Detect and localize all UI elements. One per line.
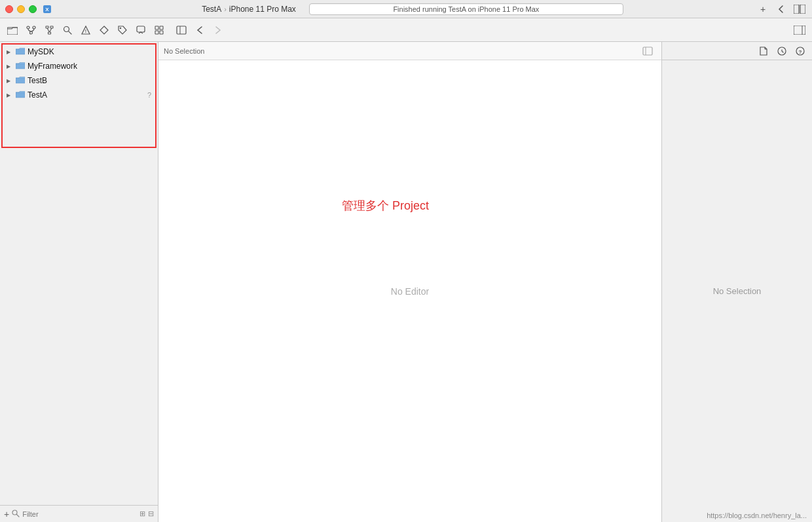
- sidebar-footer: + ⊞ ⊟: [0, 505, 158, 522]
- sidebar-outline-box: ▶ MySDK ▶ MyFramework ▶: [1, 43, 157, 148]
- filter-options-icon[interactable]: ⊞: [139, 510, 145, 518]
- scheme-label: TestA: [202, 5, 221, 14]
- svg-line-12: [49, 28, 52, 32]
- sidebar-label-testb: TestB: [28, 76, 47, 85]
- svg-rect-10: [48, 32, 50, 34]
- editor-area: No Selection 管理多个 Project No Editor: [158, 42, 661, 522]
- svg-point-16: [120, 27, 121, 28]
- svg-rect-2: [794, 5, 799, 14]
- minimize-button[interactable]: [17, 5, 25, 13]
- back-button[interactable]: [191, 22, 208, 39]
- folder-icon-testb: [16, 76, 25, 86]
- svg-rect-20: [155, 31, 158, 34]
- editor-body: 管理多个 Project No Editor: [158, 60, 661, 522]
- inspector-header: ?: [662, 42, 812, 60]
- quick-help-button[interactable]: ?: [794, 45, 807, 58]
- symbol-navigator-icon[interactable]: [41, 22, 58, 39]
- sidebar-content: ▶ MySDK ▶ MyFramework ▶: [0, 42, 158, 505]
- split-view-button[interactable]: [792, 4, 807, 14]
- folder-icon-myframework: [16, 62, 25, 71]
- inspector-toggle[interactable]: [791, 22, 808, 39]
- expand-icon-testb: ▶: [7, 78, 13, 84]
- toolbar-right-buttons: [791, 22, 808, 39]
- file-inspector-button[interactable]: [757, 45, 770, 58]
- editor-header: No Selection: [158, 42, 661, 60]
- sidebar-label-myframework: MyFramework: [28, 62, 77, 71]
- main-layout: ▶ MySDK ▶ MyFramework ▶: [0, 42, 812, 522]
- editor-header-right: [639, 43, 656, 60]
- quick-help-history-button[interactable]: [775, 45, 788, 58]
- svg-text:!: !: [85, 29, 86, 33]
- sidebar-label-testa: TestA: [28, 90, 47, 100]
- breadcrumb-separator: ›: [224, 5, 227, 13]
- watermark: https://blog.csdn.net/henry_la...: [707, 512, 807, 519]
- breakpoint-navigator-icon[interactable]: [132, 22, 149, 39]
- svg-point-5: [27, 26, 29, 29]
- titlebar: X TestA › iPhone 11 Pro Max Finished run…: [0, 0, 812, 18]
- xcode-icon: X: [42, 4, 52, 14]
- no-selection-breadcrumb: No Selection: [164, 47, 204, 55]
- testa-badge: ?: [147, 91, 151, 99]
- svg-rect-3: [800, 5, 805, 14]
- folder-icon-testa: [16, 90, 25, 100]
- folder-icon-mysdk: [16, 47, 25, 57]
- svg-rect-8: [46, 26, 48, 28]
- expand-icon-testa: ▶: [7, 92, 13, 98]
- debug-navigator-icon[interactable]: [114, 22, 131, 39]
- status-bar-container: Finished running TestA on iPhone 11 Pro …: [309, 3, 610, 15]
- find-navigator-icon[interactable]: [59, 22, 76, 39]
- annotation-label: 管理多个 Project: [342, 198, 429, 214]
- svg-text:?: ?: [799, 49, 802, 55]
- svg-rect-21: [160, 31, 163, 34]
- sidebar-item-myframework[interactable]: ▶ MyFramework: [3, 59, 155, 73]
- svg-rect-19: [160, 26, 163, 29]
- svg-line-14: [69, 31, 71, 33]
- editor-options-button[interactable]: [639, 43, 656, 60]
- svg-rect-22: [177, 26, 186, 34]
- svg-text:X: X: [45, 7, 49, 12]
- new-tab-button[interactable]: +: [756, 4, 770, 14]
- editor-nav-buttons: [173, 22, 227, 39]
- filter-action-icon[interactable]: ⊟: [148, 510, 154, 518]
- traffic-lights: [5, 5, 37, 13]
- sidebar-item-testa[interactable]: ▶ TestA ?: [3, 88, 155, 102]
- svg-rect-28: [643, 47, 652, 55]
- titlebar-right-buttons: +: [756, 4, 807, 14]
- filter-input[interactable]: [22, 510, 137, 518]
- svg-point-7: [29, 31, 32, 34]
- issue-navigator-icon[interactable]: !: [77, 22, 94, 39]
- filter-icon: [12, 510, 20, 519]
- add-filter-icon[interactable]: +: [4, 509, 9, 519]
- svg-rect-24: [794, 26, 805, 35]
- svg-rect-18: [155, 26, 158, 29]
- test-navigator-icon[interactable]: [96, 22, 113, 39]
- source-control-icon[interactable]: [22, 22, 39, 39]
- device-label: iPhone 11 Pro Max: [229, 5, 296, 14]
- toolbar: !: [0, 18, 812, 42]
- close-button[interactable]: [5, 5, 13, 13]
- svg-rect-17: [137, 26, 145, 32]
- svg-point-26: [12, 510, 17, 515]
- canvas-button[interactable]: [173, 22, 190, 39]
- report-navigator-icon[interactable]: [151, 22, 168, 39]
- sidebar-item-testb[interactable]: ▶ TestB: [3, 73, 155, 88]
- inspector-no-selection: No Selection: [713, 286, 762, 296]
- svg-point-6: [33, 26, 35, 29]
- sidebar-label-mysdk: MySDK: [28, 47, 54, 56]
- toolbar-left-icons: !: [4, 22, 168, 39]
- sidebar-empty-area: [0, 149, 158, 215]
- svg-point-13: [64, 26, 69, 31]
- inspector-panel: ? No Selection https://blog.csdn.net/hen…: [661, 42, 812, 522]
- titlebar-center-area: TestA › iPhone 11 Pro Max Finished runni…: [0, 3, 812, 15]
- navigate-back-button[interactable]: [774, 4, 788, 14]
- svg-line-11: [47, 28, 50, 32]
- fullscreen-button[interactable]: [29, 5, 37, 13]
- inspector-body: No Selection: [662, 60, 812, 522]
- forward-button[interactable]: [210, 22, 227, 39]
- status-text: Finished running TestA on iPhone 11 Pro …: [309, 3, 623, 15]
- svg-line-27: [17, 514, 20, 517]
- sidebar: ▶ MySDK ▶ MyFramework ▶: [0, 42, 158, 522]
- sidebar-item-mysdk[interactable]: ▶ MySDK: [3, 45, 155, 59]
- expand-icon-myframework: ▶: [7, 64, 13, 69]
- navigator-icon[interactable]: [4, 22, 21, 39]
